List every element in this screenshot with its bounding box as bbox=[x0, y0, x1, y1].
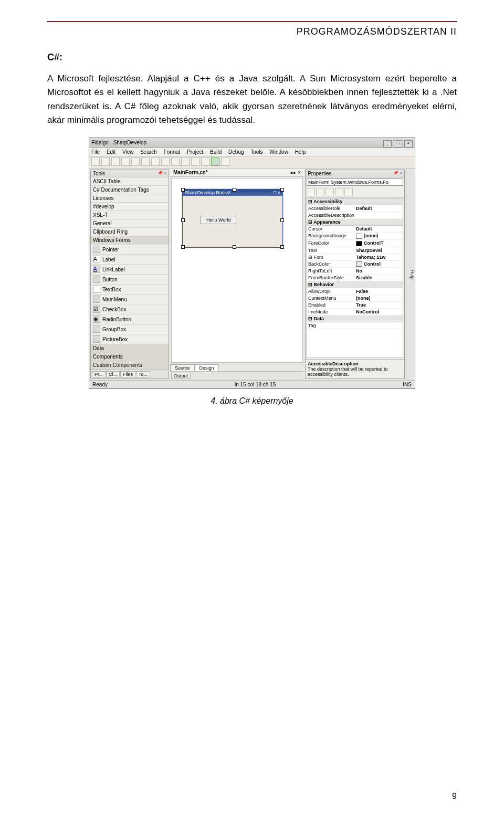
tools-item[interactable]: XSL-T bbox=[91, 211, 169, 219]
menu-help[interactable]: Help bbox=[295, 149, 306, 155]
prop-category[interactable]: ⊟ Accessibility bbox=[307, 198, 403, 205]
tool-picturebox[interactable]: PictureBox bbox=[91, 334, 169, 344]
properties-object-selector[interactable]: MainForm System.Windows.Forms.Fo bbox=[307, 178, 403, 186]
pin-icon[interactable]: 📌 × bbox=[158, 171, 166, 176]
properties-title: Properties bbox=[308, 171, 332, 176]
header-rule bbox=[47, 21, 457, 22]
tool-pointer[interactable]: Pointer bbox=[91, 245, 169, 255]
tool-mainmenu[interactable]: MainMenu bbox=[91, 295, 169, 304]
maximize-icon[interactable]: □ bbox=[394, 140, 402, 148]
prop-tb-button[interactable] bbox=[344, 188, 353, 196]
form-window-buttons: _ □ × bbox=[269, 190, 280, 195]
left-bottom-tabs: Pr... Cl... Files To... bbox=[91, 370, 169, 379]
tool-radiobutton[interactable]: ◉RadioButton bbox=[91, 314, 169, 324]
prop-category[interactable]: ⊟ Data bbox=[307, 316, 403, 322]
tools-item[interactable]: Windows Forms bbox=[91, 236, 169, 245]
form-designer[interactable]: SharpDevelop Rocks! _ □ × Hello World bbox=[182, 189, 283, 248]
pointer-icon bbox=[93, 246, 100, 253]
document-tab[interactable]: MainForm.cs* ◂ ▸ × bbox=[170, 169, 304, 177]
tools-group[interactable]: Data bbox=[91, 344, 169, 353]
ide-titlebar: Fidalgo - SharpDevelop _ □ × bbox=[89, 138, 415, 148]
menu-file[interactable]: File bbox=[91, 149, 100, 155]
menu-format[interactable]: Format bbox=[164, 149, 181, 155]
menu-debug[interactable]: Debug bbox=[228, 149, 244, 155]
menu-edit[interactable]: Edit bbox=[107, 149, 116, 155]
pin-icon[interactable]: 📌 × bbox=[393, 171, 402, 176]
toolbar-button[interactable] bbox=[131, 157, 140, 166]
tool-groupbox[interactable]: GroupBox bbox=[91, 324, 169, 334]
tools-panel-title: Tools 📌 × bbox=[91, 170, 169, 177]
tool-textbox[interactable]: TextBox bbox=[91, 285, 169, 295]
hello-world-button[interactable]: Hello World bbox=[201, 216, 236, 224]
toolbar-button[interactable] bbox=[161, 157, 170, 166]
toolbar-button[interactable] bbox=[181, 157, 190, 166]
tools-panel-label: Tools bbox=[93, 171, 105, 176]
tab-tools[interactable]: To... bbox=[136, 371, 150, 377]
properties-toolbar bbox=[306, 187, 404, 198]
tool-label[interactable]: ALabel bbox=[91, 255, 169, 265]
ide-menubar: File Edit View Search Format Project Bui… bbox=[89, 148, 415, 156]
prop-category[interactable]: ⊟ Behavior bbox=[307, 281, 403, 288]
tools-group[interactable]: Components bbox=[91, 353, 169, 361]
label-icon: A bbox=[93, 256, 100, 263]
tools-item[interactable]: General bbox=[91, 219, 169, 228]
toolbar-button[interactable] bbox=[221, 157, 229, 166]
prop-tb-button[interactable] bbox=[307, 188, 315, 196]
doc-tab-nav[interactable]: ◂ ▸ × bbox=[290, 170, 301, 175]
close-icon[interactable]: × bbox=[404, 140, 413, 148]
property-grid[interactable]: ⊟ Accessibility AccessibleRoleDefault Ac… bbox=[307, 198, 403, 358]
design-surface[interactable]: SharpDevelop Rocks! _ □ × Hello World bbox=[171, 178, 303, 363]
toolbar-button[interactable] bbox=[211, 157, 219, 166]
tools-item[interactable]: #develop bbox=[91, 203, 169, 211]
tool-linklabel[interactable]: ALinkLabel bbox=[91, 265, 169, 275]
toolbar-button[interactable] bbox=[171, 157, 180, 166]
body-paragraph: A Microsoft fejlesztése. Alapjául a C++ … bbox=[47, 72, 457, 127]
toolbar-button[interactable] bbox=[141, 157, 150, 166]
tab-files[interactable]: Files bbox=[120, 371, 135, 377]
section-label: C#: bbox=[47, 52, 457, 63]
prop-category[interactable]: ⊟ Appearance bbox=[307, 219, 403, 226]
view-tabs: Source Design bbox=[170, 364, 304, 371]
status-ins: INS bbox=[403, 382, 412, 387]
toolbar-button[interactable] bbox=[121, 157, 130, 166]
menu-build[interactable]: Build bbox=[210, 149, 222, 155]
tools-item[interactable]: C# Documentation Tags bbox=[91, 186, 169, 194]
tab-design[interactable]: Design bbox=[195, 364, 219, 371]
tools-group[interactable]: Custom Components bbox=[91, 361, 169, 370]
menu-view[interactable]: View bbox=[122, 149, 134, 155]
toolbar-button[interactable] bbox=[91, 157, 100, 166]
prop-tb-button[interactable] bbox=[316, 188, 324, 196]
side-tab-help[interactable]: Help bbox=[406, 169, 415, 380]
prop-tb-button[interactable] bbox=[326, 188, 334, 196]
figure-caption: 4. ábra C# képernyője bbox=[47, 396, 457, 406]
picturebox-icon bbox=[93, 335, 100, 343]
tools-item[interactable]: Licenses bbox=[91, 194, 169, 203]
window-buttons: _ □ × bbox=[383, 138, 413, 148]
toolbar-button[interactable] bbox=[201, 157, 209, 166]
toolbar-button[interactable] bbox=[151, 157, 160, 166]
tab-projects[interactable]: Pr... bbox=[92, 371, 106, 377]
toolbar-button[interactable] bbox=[101, 157, 110, 166]
menu-tools[interactable]: Tools bbox=[250, 149, 262, 155]
status-caret: ln 15 col 18 ch 15 bbox=[235, 382, 276, 387]
menu-window[interactable]: Window bbox=[269, 149, 288, 155]
radiobutton-icon: ◉ bbox=[93, 316, 100, 323]
toolbar-button[interactable] bbox=[111, 157, 120, 166]
linklabel-icon: A bbox=[93, 266, 100, 273]
tab-classes[interactable]: Cl... bbox=[106, 371, 120, 377]
page-number: 9 bbox=[452, 792, 457, 801]
tool-button[interactable]: Button bbox=[91, 275, 169, 285]
tab-output[interactable]: Output bbox=[171, 373, 191, 379]
toolbar-button[interactable] bbox=[191, 157, 200, 166]
menu-project[interactable]: Project bbox=[187, 149, 203, 155]
textbox-icon bbox=[93, 286, 100, 293]
tools-item[interactable]: Clipboard Ring bbox=[91, 228, 169, 236]
prop-tb-button[interactable] bbox=[335, 188, 343, 196]
property-help: AccessibleDescription The description th… bbox=[306, 359, 404, 379]
menu-search[interactable]: Search bbox=[140, 149, 157, 155]
tool-checkbox[interactable]: ☑CheckBox bbox=[91, 304, 169, 314]
ide-screenshot: Fidalgo - SharpDevelop _ □ × File Edit V… bbox=[89, 138, 415, 389]
minimize-icon[interactable]: _ bbox=[383, 140, 392, 148]
tab-source[interactable]: Source bbox=[170, 364, 195, 371]
tools-item[interactable]: ASCII Table bbox=[91, 177, 169, 186]
